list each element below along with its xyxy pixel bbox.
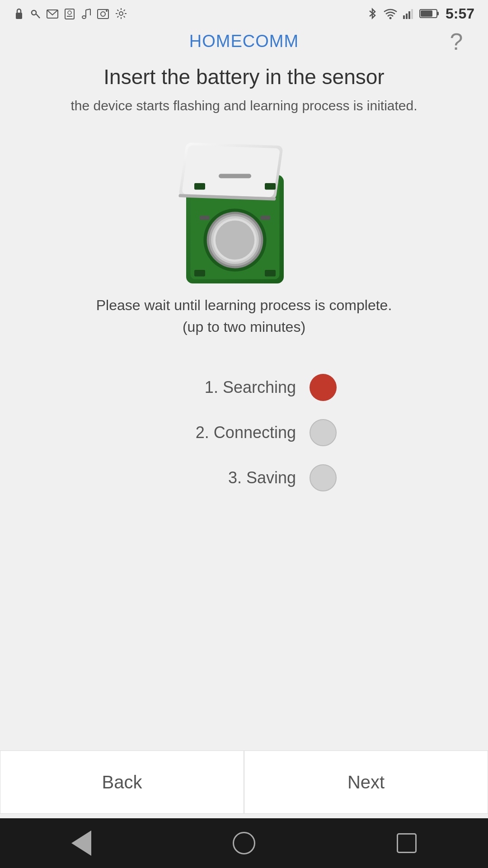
step-1-indicator — [310, 374, 337, 401]
svg-rect-38 — [265, 183, 276, 189]
svg-point-1 — [32, 10, 36, 15]
svg-point-15 — [389, 17, 391, 19]
svg-rect-17 — [406, 14, 408, 19]
photo-icon — [97, 7, 109, 20]
recents-nav-button[interactable] — [389, 825, 425, 861]
steps-container: 1. Searching 2. Connecting 3. Saving — [86, 365, 402, 500]
svg-rect-0 — [16, 13, 22, 19]
step-3-label: 3. Saving — [151, 468, 296, 487]
svg-rect-18 — [408, 11, 410, 19]
svg-line-9 — [86, 9, 90, 10]
home-nav-button[interactable] — [226, 825, 262, 861]
android-nav-bar — [0, 818, 488, 868]
svg-rect-22 — [421, 10, 432, 17]
battery-icon — [419, 7, 439, 20]
id-icon — [64, 7, 75, 20]
step-1-label: 1. Searching — [151, 378, 296, 397]
svg-rect-16 — [403, 15, 405, 19]
step-row-1: 1. Searching — [86, 365, 402, 410]
step-2-label: 2. Connecting — [151, 423, 296, 442]
step-3-indicator — [310, 464, 337, 491]
svg-rect-39 — [194, 270, 205, 276]
main-content: Insert the battery in the sensor the dev… — [0, 56, 488, 500]
time-display: 5:57 — [446, 5, 474, 22]
svg-point-12 — [101, 12, 105, 16]
svg-point-13 — [106, 10, 108, 12]
page-subtitle: the device starts flashing and learning … — [70, 98, 417, 113]
bluetooth-icon — [366, 7, 379, 20]
page-title: Insert the battery in the sensor — [103, 65, 384, 89]
lock-icon — [14, 7, 24, 20]
music-icon — [80, 7, 91, 20]
status-bar: 5:57 — [0, 0, 488, 27]
settings-icon — [115, 7, 127, 20]
back-nav-button[interactable] — [63, 825, 99, 861]
back-nav-icon — [71, 830, 91, 856]
svg-point-14 — [119, 12, 123, 15]
svg-point-7 — [82, 16, 86, 19]
step-row-3: 3. Saving — [86, 455, 402, 500]
status-icons-right: 5:57 — [366, 5, 474, 22]
svg-rect-31 — [200, 216, 210, 220]
step-2-indicator — [310, 419, 337, 446]
svg-rect-40 — [265, 270, 276, 276]
wifi-icon — [383, 7, 398, 20]
recents-nav-icon — [397, 833, 417, 853]
key-icon — [30, 7, 41, 20]
sensor-image — [167, 132, 321, 276]
app-title: HOMECOMM — [189, 32, 299, 51]
next-button[interactable]: Next — [244, 750, 488, 814]
sensor-svg — [167, 132, 303, 294]
status-icons-left — [14, 7, 127, 20]
help-icon: ? — [450, 28, 463, 55]
wait-text: Please wait until learning process is co… — [96, 294, 392, 338]
help-button[interactable]: ? — [443, 28, 470, 55]
home-nav-icon — [233, 832, 255, 854]
svg-rect-32 — [260, 216, 270, 220]
svg-rect-37 — [194, 183, 205, 189]
svg-rect-36 — [219, 174, 251, 179]
top-bar: HOMECOMM ? — [0, 27, 488, 56]
step-row-2: 2. Connecting — [86, 410, 402, 455]
svg-point-5 — [68, 11, 71, 14]
bottom-buttons: Back Next — [0, 750, 488, 814]
svg-point-30 — [216, 221, 254, 259]
svg-line-2 — [36, 14, 40, 18]
svg-rect-21 — [437, 12, 439, 15]
back-button[interactable]: Back — [0, 750, 244, 814]
svg-rect-19 — [411, 9, 413, 19]
signal-icon — [402, 7, 415, 20]
mail-icon — [46, 7, 59, 20]
